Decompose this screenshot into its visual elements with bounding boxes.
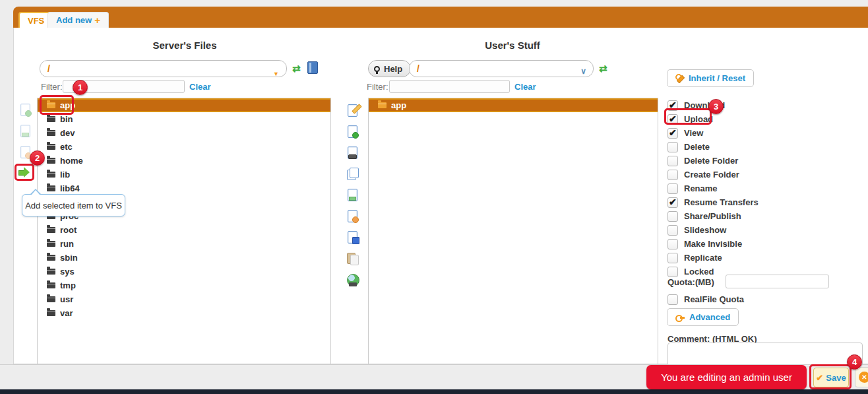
permission-label: Delete Folder [684, 156, 738, 166]
checkbox-slideshow[interactable] [667, 225, 678, 236]
tree-row-var[interactable]: var [38, 306, 330, 320]
tree-row-label: etc [60, 142, 73, 152]
tree-row-label: tmp [60, 280, 76, 290]
tree-row-etc[interactable]: etc [38, 140, 330, 154]
tree-row-label: sys [60, 267, 75, 277]
folder-icon [47, 255, 55, 261]
view-file-icon[interactable] [347, 189, 359, 202]
key-icon [675, 313, 685, 321]
checkbox-resume-transfers[interactable] [667, 197, 678, 208]
tree-row-usr[interactable]: usr [38, 292, 330, 306]
refresh-icon[interactable]: ⇄ [599, 63, 607, 74]
tree-row-run[interactable]: run [38, 237, 330, 251]
annotation-rect-save [809, 364, 852, 389]
server-book-icon[interactable] [307, 61, 318, 74]
users-stuff-title: User's Stuff [485, 40, 540, 51]
chevron-down-icon: ∨ [580, 63, 586, 79]
copy-file-icon[interactable] [347, 168, 359, 181]
inherit-reset-button[interactable]: Inherit / Reset [667, 69, 754, 87]
folder-icon [47, 310, 55, 316]
server-clear-link[interactable]: Clear [189, 82, 211, 92]
folder-icon [378, 102, 387, 108]
tab-add-new-label: Add new [56, 15, 92, 25]
user-path-value: / [417, 63, 419, 74]
checkbox-locked[interactable] [667, 267, 678, 277]
tree-row-app[interactable]: app [369, 98, 658, 112]
checkbox-rename[interactable] [667, 183, 678, 194]
user-clear-link[interactable]: Clear [514, 82, 536, 92]
lightbulb-icon [374, 66, 380, 72]
folder-icon [47, 158, 55, 164]
annotation-marker-2: 2 [30, 150, 45, 166]
permission-label: Delete [684, 142, 710, 152]
tree-row-tmp[interactable]: tmp [38, 279, 330, 292]
vfs-admin-page: VFS Add new + Server's Files User's Stuf… [0, 0, 868, 394]
advanced-button[interactable]: Advanced [667, 308, 739, 326]
permission-row: RealFile Quota [667, 292, 744, 306]
tree-row-sys[interactable]: sys [38, 265, 330, 279]
folder-icon [47, 185, 55, 191]
permission-label: Share/Publish [684, 211, 741, 221]
add-file-icon[interactable] [347, 125, 359, 139]
permission-label: View [684, 128, 703, 138]
tab-vfs-label: VFS [28, 16, 44, 26]
users-stuff-tree: app [368, 98, 658, 364]
tree-row-dev[interactable]: dev [38, 126, 330, 140]
folder-icon [47, 144, 55, 150]
folder-icon [47, 116, 55, 122]
tree-row-label: home [60, 156, 83, 166]
tree-row-sbin[interactable]: sbin [38, 251, 330, 265]
bottom-status-bar [0, 389, 868, 394]
permission-row: Make Invisible [667, 237, 742, 251]
user-filter-label: Filter: [367, 82, 388, 92]
admin-warning-notice: You are editing an admin user [646, 365, 807, 389]
server-path-select[interactable]: / ▼ [40, 60, 287, 77]
tooltip-add-to-vfs: Add selected item to VFS [22, 194, 125, 216]
permission-row: Rename [667, 181, 718, 195]
user-filter-input[interactable] [389, 80, 510, 93]
user-path-select[interactable]: / ∨ [409, 60, 594, 77]
chevron-down-icon: ▼ [273, 66, 279, 82]
checkbox-view[interactable] [667, 128, 678, 139]
permission-label: Replicate [684, 253, 722, 263]
tree-row-label: usr [60, 294, 73, 304]
tree-row-label: lib64 [60, 183, 80, 193]
comment-textarea[interactable] [667, 343, 863, 366]
edit-file-icon[interactable] [347, 104, 359, 117]
checkbox-make-invisible[interactable] [667, 239, 678, 249]
checkbox-delete-folder[interactable] [667, 156, 678, 166]
archive-file-icon[interactable] [347, 147, 359, 160]
checkbox-delete[interactable] [667, 142, 678, 152]
cancel-button[interactable]: ✕ [855, 367, 868, 387]
checkbox-create-folder[interactable] [667, 170, 678, 180]
tree-row-lib[interactable]: lib [38, 168, 330, 181]
checkbox-replicate[interactable] [667, 253, 678, 263]
save-file-icon[interactable] [347, 231, 359, 244]
annotation-rect-arrow [15, 164, 34, 181]
tab-add-new[interactable]: Add new + [47, 12, 109, 28]
checkbox-share-publish[interactable] [667, 211, 678, 222]
tree-row-label: dev [60, 128, 75, 138]
tree-row-lib64[interactable]: lib64 [38, 181, 330, 195]
tree-row-home[interactable]: home [38, 154, 330, 168]
tree-row-app[interactable]: app [38, 98, 330, 112]
permission-row: View [667, 126, 703, 140]
tree-row-label: lib [60, 170, 70, 180]
permission-row: Delete [667, 140, 710, 154]
paste-icon[interactable] [347, 252, 359, 265]
permission-label: Make Invisible [684, 239, 742, 249]
remove-file-icon[interactable] [347, 210, 359, 223]
quota-label: Quota:(MB) [667, 277, 714, 287]
permission-row: Create Folder [667, 168, 739, 181]
permission-label: Locked [684, 267, 714, 277]
quota-input[interactable] [726, 275, 829, 288]
tree-row-bin[interactable]: bin [38, 112, 330, 126]
tree-row-label: run [60, 239, 74, 249]
checkbox-realfile-quota[interactable] [667, 294, 678, 305]
tree-row-root[interactable]: root [38, 223, 330, 237]
folder-icon [47, 282, 55, 288]
folder-icon [47, 227, 55, 233]
help-button[interactable]: Help [368, 60, 411, 77]
refresh-icon[interactable]: ⇄ [292, 63, 301, 74]
website-icon[interactable] [347, 273, 359, 286]
